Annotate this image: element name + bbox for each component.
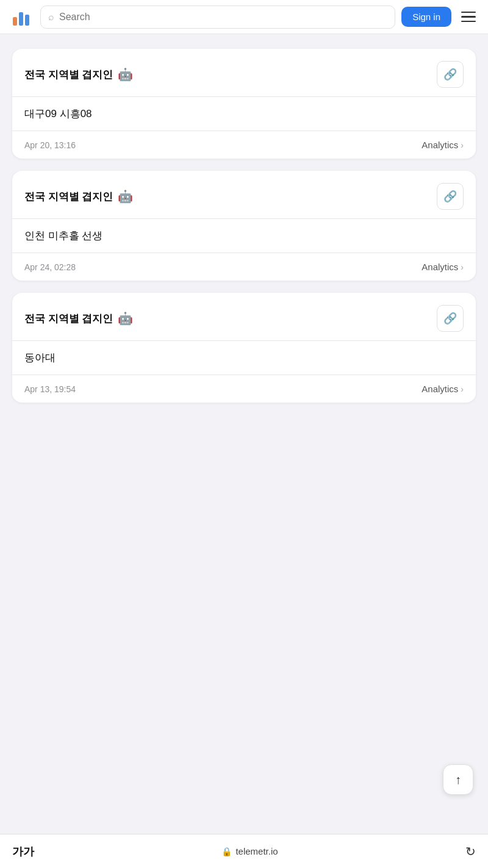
card-date: Apr 13, 19:54 bbox=[24, 384, 76, 394]
search-input[interactable] bbox=[59, 12, 387, 23]
analytics-link[interactable]: Analytics › bbox=[422, 262, 464, 272]
main-content: 전국 지역별 겹지인 🤖 🔗 대구09 시흥08 Apr 20, 13:16 A… bbox=[0, 34, 488, 476]
scroll-up-button[interactable]: ↑ bbox=[443, 764, 473, 795]
link-button[interactable]: 🔗 bbox=[437, 183, 464, 210]
arrow-up-icon: ↑ bbox=[455, 773, 461, 787]
font-size-label: 가가 bbox=[12, 844, 34, 859]
search-box[interactable]: ⌕ bbox=[40, 5, 395, 29]
card-header: 전국 지역별 겹지인 🤖 🔗 bbox=[24, 305, 464, 332]
analytics-link[interactable]: Analytics › bbox=[422, 140, 464, 150]
card-2: 전국 지역별 겹지인 🤖 🔗 인천 미추홀 선생 Apr 24, 02:28 A… bbox=[12, 171, 476, 281]
bot-icon: 🤖 bbox=[118, 311, 133, 326]
card-subtitle: 동아대 bbox=[24, 352, 56, 364]
card-title-row: 전국 지역별 겹지인 🤖 bbox=[24, 189, 133, 204]
hamburger-icon bbox=[461, 16, 476, 18]
card-header: 전국 지역별 겹지인 🤖 🔗 bbox=[24, 61, 464, 88]
reload-button[interactable]: ↻ bbox=[465, 844, 476, 859]
hamburger-menu-button[interactable] bbox=[456, 8, 481, 26]
bottom-bar: 가가 🔒 telemetr.io ↻ bbox=[0, 834, 488, 868]
link-button[interactable]: 🔗 bbox=[437, 61, 464, 88]
card-1: 전국 지역별 겹지인 🤖 🔗 대구09 시흥08 Apr 20, 13:16 A… bbox=[12, 49, 476, 159]
logo bbox=[7, 4, 34, 30]
search-icon: ⌕ bbox=[48, 12, 54, 23]
chevron-right-icon: › bbox=[461, 384, 464, 394]
lock-icon: 🔒 bbox=[221, 847, 232, 856]
card-body: 대구09 시흥08 bbox=[24, 97, 464, 131]
hamburger-icon bbox=[461, 12, 476, 13]
card-date: Apr 20, 13:16 bbox=[24, 140, 76, 150]
reload-icon: ↻ bbox=[465, 845, 476, 858]
card-title: 전국 지역별 겹지인 bbox=[24, 190, 113, 204]
card-body: 동아대 bbox=[24, 341, 464, 375]
card-date: Apr 24, 02:28 bbox=[24, 262, 76, 272]
signin-button[interactable]: Sign in bbox=[401, 7, 451, 27]
logo-icon bbox=[13, 9, 29, 26]
card-subtitle: 대구09 시흥08 bbox=[24, 108, 92, 120]
link-icon: 🔗 bbox=[443, 190, 457, 203]
app-header: ⌕ Sign in bbox=[0, 0, 488, 34]
card-body: 인천 미추홀 선생 bbox=[24, 219, 464, 253]
card-footer: Apr 13, 19:54 Analytics › bbox=[12, 375, 476, 403]
card-title-row: 전국 지역별 겹지인 🤖 bbox=[24, 67, 133, 82]
card-footer: Apr 20, 13:16 Analytics › bbox=[12, 131, 476, 159]
card-title: 전국 지역별 겹지인 bbox=[24, 312, 113, 326]
bot-icon: 🤖 bbox=[118, 189, 133, 204]
link-icon: 🔗 bbox=[443, 68, 457, 81]
card-title-row: 전국 지역별 겹지인 🤖 bbox=[24, 311, 133, 326]
chevron-right-icon: › bbox=[461, 262, 464, 272]
card-header: 전국 지역별 겹지인 🤖 🔗 bbox=[24, 183, 464, 210]
hamburger-icon bbox=[461, 21, 476, 23]
bot-icon: 🤖 bbox=[118, 67, 133, 82]
link-icon: 🔗 bbox=[443, 312, 457, 325]
card-3: 전국 지역별 겹지인 🤖 🔗 동아대 Apr 13, 19:54 Analyti… bbox=[12, 293, 476, 403]
analytics-link[interactable]: Analytics › bbox=[422, 384, 464, 394]
link-button[interactable]: 🔗 bbox=[437, 305, 464, 332]
card-subtitle: 인천 미추홀 선생 bbox=[24, 230, 102, 242]
card-title: 전국 지역별 겹지인 bbox=[24, 68, 113, 82]
chevron-right-icon: › bbox=[461, 140, 464, 150]
card-footer: Apr 24, 02:28 Analytics › bbox=[12, 253, 476, 281]
url-display: 🔒 telemetr.io bbox=[221, 846, 278, 856]
url-text: telemetr.io bbox=[235, 846, 278, 856]
